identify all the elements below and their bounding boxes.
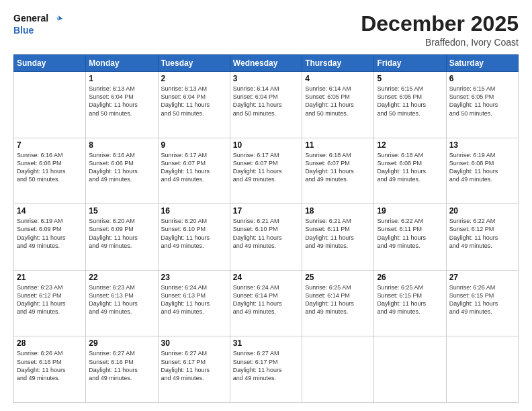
cell-info-text: Sunrise: 6:16 AM Sunset: 6:06 PM Dayligh… [17, 151, 83, 184]
logo-text: General Blue [13, 12, 62, 37]
cell-info-text: Sunrise: 6:22 AM Sunset: 6:11 PM Dayligh… [377, 217, 443, 250]
calendar-cell: 17Sunrise: 6:21 AM Sunset: 6:10 PM Dayli… [230, 204, 302, 271]
cell-info-text: Sunrise: 6:13 AM Sunset: 6:04 PM Dayligh… [161, 85, 227, 118]
cell-day-number: 6 [449, 74, 515, 83]
month-title: December 2025 [361, 12, 519, 36]
cell-info-text: Sunrise: 6:27 AM Sunset: 6:17 PM Dayligh… [161, 349, 227, 382]
cell-day-number: 15 [89, 206, 154, 216]
calendar-cell: 15Sunrise: 6:20 AM Sunset: 6:09 PM Dayli… [86, 204, 158, 271]
cell-day-number: 8 [89, 140, 154, 150]
calendar-cell: 9Sunrise: 6:17 AM Sunset: 6:07 PM Daylig… [158, 138, 230, 204]
cell-info-text: Sunrise: 6:16 AM Sunset: 6:06 PM Dayligh… [89, 151, 154, 184]
calendar-cell: 21Sunrise: 6:23 AM Sunset: 6:12 PM Dayli… [14, 270, 86, 336]
calendar-cell: 10Sunrise: 6:17 AM Sunset: 6:07 PM Dayli… [230, 138, 302, 204]
cell-info-text: Sunrise: 6:21 AM Sunset: 6:10 PM Dayligh… [233, 217, 299, 250]
cell-info-text: Sunrise: 6:26 AM Sunset: 6:15 PM Dayligh… [449, 283, 515, 316]
cell-day-number: 5 [377, 74, 443, 83]
cell-day-number: 25 [305, 273, 371, 282]
cell-info-text: Sunrise: 6:26 AM Sunset: 6:16 PM Dayligh… [17, 349, 83, 382]
col-sunday: Sunday [14, 55, 86, 72]
cell-info-text: Sunrise: 6:24 AM Sunset: 6:14 PM Dayligh… [233, 283, 299, 316]
cell-info-text: Sunrise: 6:19 AM Sunset: 6:09 PM Dayligh… [17, 217, 83, 250]
cell-day-number: 27 [449, 273, 515, 282]
calendar-cell: 1Sunrise: 6:13 AM Sunset: 6:04 PM Daylig… [86, 72, 158, 138]
col-friday: Friday [374, 55, 446, 72]
cell-day-number: 3 [233, 74, 299, 83]
cell-info-text: Sunrise: 6:18 AM Sunset: 6:07 PM Dayligh… [305, 151, 371, 184]
calendar-cell: 4Sunrise: 6:14 AM Sunset: 6:05 PM Daylig… [302, 72, 374, 138]
cell-info-text: Sunrise: 6:21 AM Sunset: 6:11 PM Dayligh… [305, 217, 371, 250]
calendar-cell: 7Sunrise: 6:16 AM Sunset: 6:06 PM Daylig… [14, 138, 86, 204]
cell-day-number: 12 [377, 140, 443, 150]
cell-day-number: 9 [161, 140, 227, 150]
cell-day-number: 19 [377, 206, 443, 216]
cell-info-text: Sunrise: 6:23 AM Sunset: 6:13 PM Dayligh… [89, 283, 154, 316]
calendar-cell: 8Sunrise: 6:16 AM Sunset: 6:06 PM Daylig… [86, 138, 158, 204]
calendar-cell: 6Sunrise: 6:15 AM Sunset: 6:05 PM Daylig… [446, 72, 518, 138]
cell-day-number: 20 [449, 206, 515, 216]
calendar-cell: 20Sunrise: 6:22 AM Sunset: 6:12 PM Dayli… [446, 204, 518, 271]
cell-day-number: 13 [449, 140, 515, 150]
cell-info-text: Sunrise: 6:17 AM Sunset: 6:07 PM Dayligh… [161, 151, 227, 184]
cell-day-number: 29 [89, 338, 154, 348]
cell-day-number: 11 [305, 140, 371, 150]
cell-info-text: Sunrise: 6:24 AM Sunset: 6:13 PM Dayligh… [161, 283, 227, 316]
calendar-cell: 3Sunrise: 6:14 AM Sunset: 6:04 PM Daylig… [230, 72, 302, 138]
cell-info-text: Sunrise: 6:13 AM Sunset: 6:04 PM Dayligh… [89, 85, 154, 118]
cell-info-text: Sunrise: 6:20 AM Sunset: 6:09 PM Dayligh… [89, 217, 154, 250]
cell-info-text: Sunrise: 6:18 AM Sunset: 6:08 PM Dayligh… [377, 151, 443, 184]
cell-day-number: 28 [17, 338, 83, 348]
cell-info-text: Sunrise: 6:14 AM Sunset: 6:04 PM Dayligh… [233, 85, 299, 118]
calendar-cell: 5Sunrise: 6:15 AM Sunset: 6:05 PM Daylig… [374, 72, 446, 138]
calendar-cell: 16Sunrise: 6:20 AM Sunset: 6:10 PM Dayli… [158, 204, 230, 271]
calendar-header-row: Sunday Monday Tuesday Wednesday Thursday… [14, 55, 519, 72]
cell-day-number: 1 [89, 74, 154, 83]
calendar-cell: 19Sunrise: 6:22 AM Sunset: 6:11 PM Dayli… [374, 204, 446, 271]
cell-info-text: Sunrise: 6:14 AM Sunset: 6:05 PM Dayligh… [305, 85, 371, 118]
cell-day-number: 18 [305, 206, 371, 216]
header: General Blue December 2025 Braffedon, Iv… [13, 12, 519, 48]
calendar-cell: 26Sunrise: 6:25 AM Sunset: 6:15 PM Dayli… [374, 270, 446, 336]
col-tuesday: Tuesday [158, 55, 230, 72]
cell-info-text: Sunrise: 6:25 AM Sunset: 6:15 PM Dayligh… [377, 283, 443, 316]
cell-info-text: Sunrise: 6:27 AM Sunset: 6:16 PM Dayligh… [89, 349, 154, 382]
cell-day-number: 17 [233, 206, 299, 216]
cell-day-number: 2 [161, 74, 227, 83]
page: General Blue December 2025 Braffedon, Iv… [0, 0, 532, 411]
calendar-cell: 24Sunrise: 6:24 AM Sunset: 6:14 PM Dayli… [230, 270, 302, 336]
cell-day-number: 24 [233, 273, 299, 282]
cell-day-number: 22 [89, 273, 154, 282]
logo: General Blue [13, 12, 62, 37]
calendar-cell: 14Sunrise: 6:19 AM Sunset: 6:09 PM Dayli… [14, 204, 86, 271]
calendar-cell: 25Sunrise: 6:25 AM Sunset: 6:14 PM Dayli… [302, 270, 374, 336]
calendar-week-row: 21Sunrise: 6:23 AM Sunset: 6:12 PM Dayli… [14, 270, 519, 336]
calendar-week-row: 14Sunrise: 6:19 AM Sunset: 6:09 PM Dayli… [14, 204, 519, 271]
calendar-cell [14, 72, 86, 138]
cell-info-text: Sunrise: 6:19 AM Sunset: 6:08 PM Dayligh… [449, 151, 515, 184]
calendar-table: Sunday Monday Tuesday Wednesday Thursday… [13, 54, 519, 403]
calendar-cell: 28Sunrise: 6:26 AM Sunset: 6:16 PM Dayli… [14, 336, 86, 403]
calendar-cell: 23Sunrise: 6:24 AM Sunset: 6:13 PM Dayli… [158, 270, 230, 336]
cell-info-text: Sunrise: 6:20 AM Sunset: 6:10 PM Dayligh… [161, 217, 227, 250]
cell-day-number: 23 [161, 273, 227, 282]
calendar-cell: 11Sunrise: 6:18 AM Sunset: 6:07 PM Dayli… [302, 138, 374, 204]
cell-info-text: Sunrise: 6:25 AM Sunset: 6:14 PM Dayligh… [305, 283, 371, 316]
calendar-cell: 27Sunrise: 6:26 AM Sunset: 6:15 PM Dayli… [446, 270, 518, 336]
location: Braffedon, Ivory Coast [361, 37, 519, 48]
col-monday: Monday [86, 55, 158, 72]
cell-day-number: 26 [377, 273, 443, 282]
logo-bird-icon [53, 14, 62, 24]
cell-info-text: Sunrise: 6:17 AM Sunset: 6:07 PM Dayligh… [233, 151, 299, 184]
cell-day-number: 30 [161, 338, 227, 348]
cell-info-text: Sunrise: 6:22 AM Sunset: 6:12 PM Dayligh… [449, 217, 515, 250]
col-thursday: Thursday [302, 55, 374, 72]
col-wednesday: Wednesday [230, 55, 302, 72]
cell-day-number: 10 [233, 140, 299, 150]
cell-day-number: 7 [17, 140, 83, 150]
cell-info-text: Sunrise: 6:27 AM Sunset: 6:17 PM Dayligh… [233, 349, 299, 382]
cell-day-number: 16 [161, 206, 227, 216]
calendar-week-row: 1Sunrise: 6:13 AM Sunset: 6:04 PM Daylig… [14, 72, 519, 138]
col-saturday: Saturday [446, 55, 518, 72]
calendar-cell: 31Sunrise: 6:27 AM Sunset: 6:17 PM Dayli… [230, 336, 302, 403]
cell-day-number: 21 [17, 273, 83, 282]
